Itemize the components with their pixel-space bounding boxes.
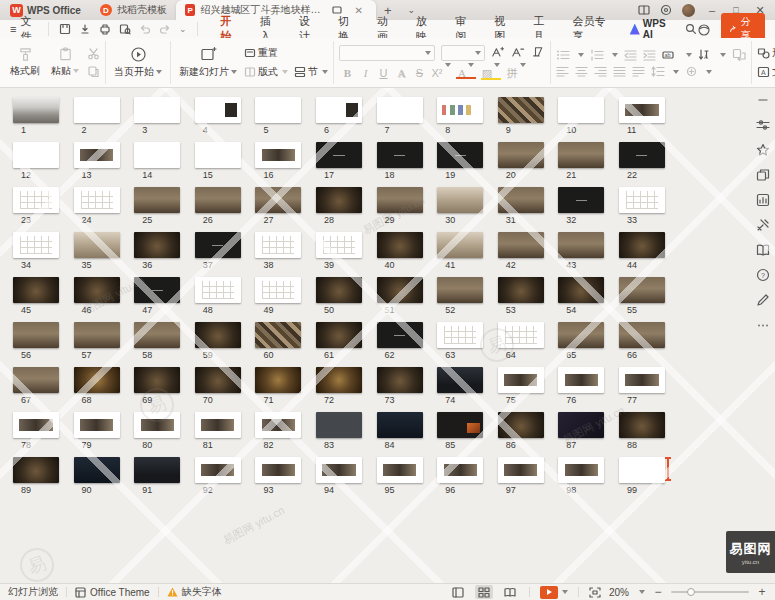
slide-thumbnail[interactable] [619, 187, 665, 213]
slide-thumbnail[interactable] [13, 232, 59, 258]
slide-thumbnail[interactable] [13, 322, 59, 348]
increase-font-icon[interactable] [491, 46, 505, 59]
slide-thumbnail[interactable] [437, 367, 483, 393]
textbox-button[interactable]: A 文本框 [757, 65, 775, 79]
slide-thumbnail[interactable] [437, 277, 483, 303]
indent-icon[interactable] [643, 49, 656, 61]
slide-thumbnail[interactable] [195, 457, 241, 483]
highlight-color-button[interactable]: ▨ [479, 67, 503, 80]
preview-icon[interactable] [119, 23, 131, 35]
theme-name[interactable]: Office Theme [90, 587, 150, 598]
zoom-slider[interactable] [671, 591, 749, 593]
shapes-button[interactable]: 形状 [757, 46, 775, 60]
slide-thumbnail[interactable] [134, 457, 180, 483]
slide-thumbnail[interactable] [558, 457, 604, 483]
save-icon[interactable] [59, 23, 71, 35]
align-center-icon[interactable] [575, 66, 588, 77]
slide-thumbnail[interactable] [195, 142, 241, 168]
slide-thumbnail[interactable] [316, 277, 362, 303]
slide-thumbnail[interactable] [13, 142, 59, 168]
line-spacing-icon[interactable] [651, 66, 665, 77]
user-avatar[interactable] [682, 4, 695, 17]
slide-thumbnail[interactable] [134, 367, 180, 393]
slide-thumbnail[interactable] [558, 412, 604, 438]
slide-thumbnail[interactable] [255, 457, 301, 483]
slide-thumbnail[interactable] [134, 412, 180, 438]
pen-icon[interactable] [755, 292, 771, 308]
slide-thumbnail[interactable] [498, 277, 544, 303]
slide-thumbnail[interactable] [498, 97, 544, 123]
slide-thumbnail[interactable] [13, 367, 59, 393]
slide-thumbnail[interactable] [437, 457, 483, 483]
slide-thumbnail[interactable] [195, 97, 241, 123]
bold-button[interactable]: B [339, 67, 356, 79]
tune-icon[interactable] [755, 117, 771, 133]
slide-thumbnail[interactable] [619, 322, 665, 348]
align-right-icon[interactable] [594, 66, 607, 77]
copy-icon[interactable] [87, 65, 100, 78]
slide-thumbnail[interactable] [255, 232, 301, 258]
slide-thumbnail[interactable] [498, 142, 544, 168]
slide-thumbnail[interactable] [316, 97, 362, 123]
paragraph-settings-icon[interactable] [685, 66, 698, 77]
play-from-current-button[interactable]: 当页开始 [111, 46, 165, 79]
slide-thumbnail[interactable] [74, 97, 120, 123]
slide-thumbnail[interactable] [498, 412, 544, 438]
slideshow-play-button[interactable] [540, 586, 568, 599]
cut-icon[interactable] [87, 47, 100, 60]
export-icon[interactable] [79, 23, 91, 35]
reading-view-icon[interactable] [501, 585, 519, 599]
strikethrough-button[interactable]: S [411, 67, 428, 79]
slide-thumbnail[interactable] [316, 367, 362, 393]
search-icon[interactable] [685, 23, 697, 35]
slide-thumbnail[interactable] [316, 142, 362, 168]
section-button[interactable]: 节 [294, 65, 328, 79]
slide-thumbnail[interactable] [558, 97, 604, 123]
slide-thumbnail[interactable] [437, 412, 483, 438]
slide-thumbnail[interactable] [195, 232, 241, 258]
customize-quickbar-chevron-icon[interactable]: ⌄ [179, 24, 187, 34]
slide-thumbnail[interactable] [619, 142, 665, 168]
slide-thumbnail[interactable] [498, 457, 544, 483]
clear-format-icon[interactable] [531, 46, 545, 59]
slide-thumbnail[interactable] [13, 412, 59, 438]
layout-button[interactable]: 版式 [244, 65, 288, 79]
slide-thumbnail[interactable] [195, 412, 241, 438]
outdent-icon[interactable] [624, 49, 637, 61]
star-icon[interactable] [755, 142, 771, 158]
slide-thumbnail[interactable] [255, 367, 301, 393]
slide-thumbnail[interactable] [498, 232, 544, 258]
tab-docer[interactable]: D 找稻壳模板 [91, 0, 176, 20]
zoom-chevron-icon[interactable] [639, 590, 645, 594]
superscript-button[interactable]: X² [429, 67, 453, 79]
slide-thumbnail[interactable] [377, 187, 423, 213]
undo-icon[interactable] [139, 23, 151, 35]
theme-badge-icon[interactable] [75, 587, 86, 598]
numbering-icon[interactable] [590, 49, 604, 61]
slide-thumbnail[interactable] [377, 367, 423, 393]
slide-thumbnail[interactable] [255, 322, 301, 348]
member-hat-icon[interactable] [697, 23, 711, 36]
format-painter-button[interactable]: 格式刷 [7, 47, 43, 78]
decrease-font-icon[interactable] [511, 46, 525, 59]
more-icon[interactable] [755, 317, 771, 333]
text-shadow-button[interactable]: A [393, 67, 410, 79]
slide-thumbnail[interactable] [13, 97, 59, 123]
vertical-text-icon[interactable]: A [698, 48, 712, 61]
zoom-slider-thumb[interactable] [687, 588, 695, 596]
app-home-tab[interactable]: W WPS Office [0, 0, 91, 20]
chart-icon[interactable] [755, 192, 771, 208]
slide-thumbnail[interactable] [437, 187, 483, 213]
bullets-icon[interactable] [556, 49, 570, 61]
slide-thumbnail[interactable] [498, 322, 544, 348]
slide-thumbnail[interactable] [437, 142, 483, 168]
slide-thumbnail[interactable] [195, 187, 241, 213]
slide-thumbnail[interactable] [558, 367, 604, 393]
paste-button[interactable]: 粘贴 [47, 47, 83, 78]
font-size-select[interactable] [441, 45, 485, 61]
slide-thumbnail[interactable] [619, 232, 665, 258]
slide-sorter-area[interactable]: 1234567891011121314151617181920212223242… [0, 88, 775, 583]
slide-thumbnail[interactable] [134, 187, 180, 213]
slide-thumbnail[interactable] [134, 277, 180, 303]
slide-thumbnail[interactable] [74, 412, 120, 438]
